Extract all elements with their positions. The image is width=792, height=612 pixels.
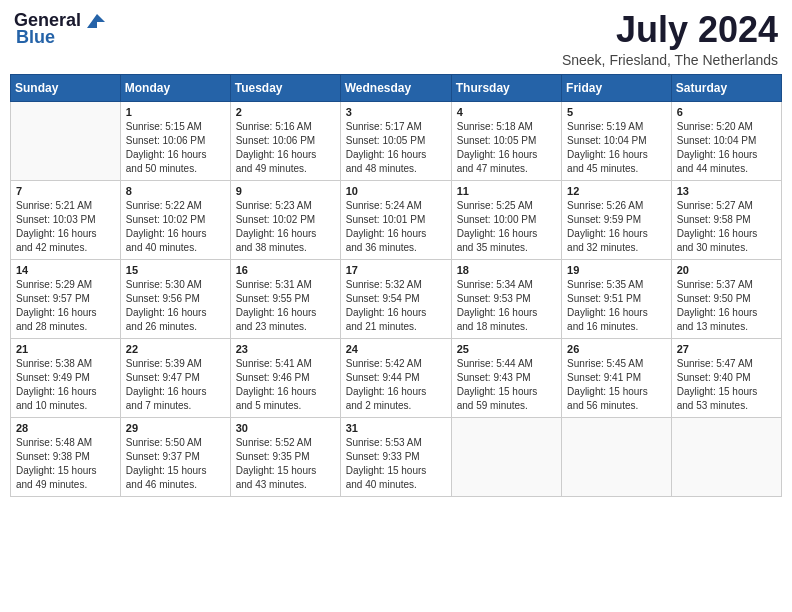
day-info: Sunrise: 5:19 AMSunset: 10:04 PMDaylight… [567, 120, 666, 176]
day-number: 19 [567, 264, 666, 276]
month-title: July 2024 [562, 10, 778, 50]
day-number: 16 [236, 264, 335, 276]
day-number: 29 [126, 422, 225, 434]
day-number: 20 [677, 264, 776, 276]
day-info: Sunrise: 5:35 AMSunset: 9:51 PMDaylight:… [567, 278, 666, 334]
calendar-cell: 29Sunrise: 5:50 AMSunset: 9:37 PMDayligh… [120, 417, 230, 496]
calendar-cell: 15Sunrise: 5:30 AMSunset: 9:56 PMDayligh… [120, 259, 230, 338]
day-info: Sunrise: 5:50 AMSunset: 9:37 PMDaylight:… [126, 436, 225, 492]
day-number: 6 [677, 106, 776, 118]
day-info: Sunrise: 5:22 AMSunset: 10:02 PMDaylight… [126, 199, 225, 255]
day-number: 4 [457, 106, 556, 118]
day-number: 30 [236, 422, 335, 434]
day-info: Sunrise: 5:38 AMSunset: 9:49 PMDaylight:… [16, 357, 115, 413]
calendar-cell: 31Sunrise: 5:53 AMSunset: 9:33 PMDayligh… [340, 417, 451, 496]
day-info: Sunrise: 5:45 AMSunset: 9:41 PMDaylight:… [567, 357, 666, 413]
day-number: 9 [236, 185, 335, 197]
day-info: Sunrise: 5:47 AMSunset: 9:40 PMDaylight:… [677, 357, 776, 413]
day-number: 14 [16, 264, 115, 276]
calendar-week-row: 7Sunrise: 5:21 AMSunset: 10:03 PMDayligh… [11, 180, 782, 259]
calendar-cell: 28Sunrise: 5:48 AMSunset: 9:38 PMDayligh… [11, 417, 121, 496]
calendar-cell: 3Sunrise: 5:17 AMSunset: 10:05 PMDayligh… [340, 101, 451, 180]
calendar-week-row: 1Sunrise: 5:15 AMSunset: 10:06 PMDayligh… [11, 101, 782, 180]
calendar-cell: 21Sunrise: 5:38 AMSunset: 9:49 PMDayligh… [11, 338, 121, 417]
calendar-cell: 22Sunrise: 5:39 AMSunset: 9:47 PMDayligh… [120, 338, 230, 417]
day-number: 10 [346, 185, 446, 197]
calendar-cell: 17Sunrise: 5:32 AMSunset: 9:54 PMDayligh… [340, 259, 451, 338]
weekday-header: Wednesday [340, 74, 451, 101]
calendar-cell: 8Sunrise: 5:22 AMSunset: 10:02 PMDayligh… [120, 180, 230, 259]
day-info: Sunrise: 5:24 AMSunset: 10:01 PMDaylight… [346, 199, 446, 255]
calendar-cell: 11Sunrise: 5:25 AMSunset: 10:00 PMDaylig… [451, 180, 561, 259]
day-info: Sunrise: 5:15 AMSunset: 10:06 PMDaylight… [126, 120, 225, 176]
calendar-cell: 13Sunrise: 5:27 AMSunset: 9:58 PMDayligh… [671, 180, 781, 259]
day-number: 5 [567, 106, 666, 118]
day-info: Sunrise: 5:20 AMSunset: 10:04 PMDaylight… [677, 120, 776, 176]
calendar-cell: 18Sunrise: 5:34 AMSunset: 9:53 PMDayligh… [451, 259, 561, 338]
day-number: 26 [567, 343, 666, 355]
day-number: 7 [16, 185, 115, 197]
calendar-cell: 12Sunrise: 5:26 AMSunset: 9:59 PMDayligh… [562, 180, 672, 259]
day-number: 22 [126, 343, 225, 355]
day-info: Sunrise: 5:27 AMSunset: 9:58 PMDaylight:… [677, 199, 776, 255]
calendar-cell: 27Sunrise: 5:47 AMSunset: 9:40 PMDayligh… [671, 338, 781, 417]
day-number: 24 [346, 343, 446, 355]
location-text: Sneek, Friesland, The Netherlands [562, 52, 778, 68]
day-info: Sunrise: 5:34 AMSunset: 9:53 PMDaylight:… [457, 278, 556, 334]
calendar-cell: 30Sunrise: 5:52 AMSunset: 9:35 PMDayligh… [230, 417, 340, 496]
day-info: Sunrise: 5:32 AMSunset: 9:54 PMDaylight:… [346, 278, 446, 334]
calendar-cell [671, 417, 781, 496]
calendar-cell: 14Sunrise: 5:29 AMSunset: 9:57 PMDayligh… [11, 259, 121, 338]
weekday-header: Monday [120, 74, 230, 101]
calendar-cell: 24Sunrise: 5:42 AMSunset: 9:44 PMDayligh… [340, 338, 451, 417]
day-info: Sunrise: 5:23 AMSunset: 10:02 PMDaylight… [236, 199, 335, 255]
calendar-cell [562, 417, 672, 496]
calendar-cell [451, 417, 561, 496]
logo: General Blue [14, 10, 105, 48]
day-info: Sunrise: 5:31 AMSunset: 9:55 PMDaylight:… [236, 278, 335, 334]
calendar-cell: 7Sunrise: 5:21 AMSunset: 10:03 PMDayligh… [11, 180, 121, 259]
day-number: 15 [126, 264, 225, 276]
calendar-header-row: SundayMondayTuesdayWednesdayThursdayFrid… [11, 74, 782, 101]
day-info: Sunrise: 5:29 AMSunset: 9:57 PMDaylight:… [16, 278, 115, 334]
calendar-cell [11, 101, 121, 180]
day-info: Sunrise: 5:26 AMSunset: 9:59 PMDaylight:… [567, 199, 666, 255]
day-info: Sunrise: 5:25 AMSunset: 10:00 PMDaylight… [457, 199, 556, 255]
weekday-header: Thursday [451, 74, 561, 101]
calendar-cell: 19Sunrise: 5:35 AMSunset: 9:51 PMDayligh… [562, 259, 672, 338]
day-number: 2 [236, 106, 335, 118]
day-number: 23 [236, 343, 335, 355]
calendar-cell: 20Sunrise: 5:37 AMSunset: 9:50 PMDayligh… [671, 259, 781, 338]
calendar-cell: 2Sunrise: 5:16 AMSunset: 10:06 PMDayligh… [230, 101, 340, 180]
calendar-cell: 16Sunrise: 5:31 AMSunset: 9:55 PMDayligh… [230, 259, 340, 338]
day-number: 18 [457, 264, 556, 276]
day-number: 27 [677, 343, 776, 355]
calendar-cell: 1Sunrise: 5:15 AMSunset: 10:06 PMDayligh… [120, 101, 230, 180]
calendar-week-row: 21Sunrise: 5:38 AMSunset: 9:49 PMDayligh… [11, 338, 782, 417]
calendar-week-row: 28Sunrise: 5:48 AMSunset: 9:38 PMDayligh… [11, 417, 782, 496]
day-number: 11 [457, 185, 556, 197]
calendar-cell: 9Sunrise: 5:23 AMSunset: 10:02 PMDayligh… [230, 180, 340, 259]
calendar-cell: 23Sunrise: 5:41 AMSunset: 9:46 PMDayligh… [230, 338, 340, 417]
day-number: 8 [126, 185, 225, 197]
day-info: Sunrise: 5:21 AMSunset: 10:03 PMDaylight… [16, 199, 115, 255]
svg-marker-0 [87, 14, 105, 28]
day-number: 1 [126, 106, 225, 118]
day-info: Sunrise: 5:16 AMSunset: 10:06 PMDaylight… [236, 120, 335, 176]
day-info: Sunrise: 5:44 AMSunset: 9:43 PMDaylight:… [457, 357, 556, 413]
day-info: Sunrise: 5:37 AMSunset: 9:50 PMDaylight:… [677, 278, 776, 334]
day-number: 28 [16, 422, 115, 434]
calendar-week-row: 14Sunrise: 5:29 AMSunset: 9:57 PMDayligh… [11, 259, 782, 338]
page-header: General Blue July 2024 Sneek, Friesland,… [10, 10, 782, 68]
logo-icon [83, 12, 105, 30]
day-info: Sunrise: 5:42 AMSunset: 9:44 PMDaylight:… [346, 357, 446, 413]
day-info: Sunrise: 5:48 AMSunset: 9:38 PMDaylight:… [16, 436, 115, 492]
day-number: 21 [16, 343, 115, 355]
title-block: July 2024 Sneek, Friesland, The Netherla… [562, 10, 778, 68]
day-info: Sunrise: 5:41 AMSunset: 9:46 PMDaylight:… [236, 357, 335, 413]
calendar-cell: 5Sunrise: 5:19 AMSunset: 10:04 PMDayligh… [562, 101, 672, 180]
day-number: 17 [346, 264, 446, 276]
weekday-header: Sunday [11, 74, 121, 101]
day-number: 12 [567, 185, 666, 197]
day-info: Sunrise: 5:18 AMSunset: 10:05 PMDaylight… [457, 120, 556, 176]
